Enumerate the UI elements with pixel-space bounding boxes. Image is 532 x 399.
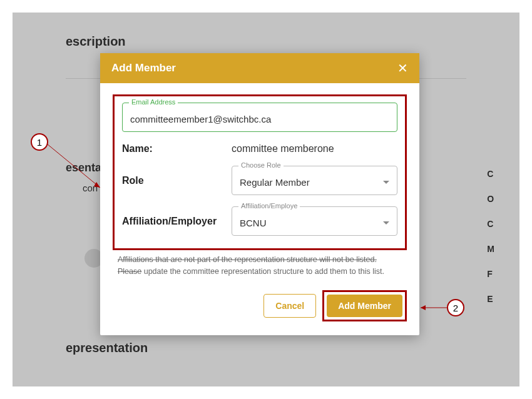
affiliation-select[interactable]: Affiliation/Employe BCNU <box>232 206 397 236</box>
chevron-down-icon <box>383 221 389 225</box>
role-row: Role Choose Role Regular Member <box>122 166 397 195</box>
role-select-legend: Choose Role <box>238 161 284 169</box>
email-value: committeemember1@switchbc.ca <box>130 114 389 124</box>
email-label: Email Address <box>129 98 178 106</box>
role-label: Role <box>122 175 232 186</box>
name-label: Name: <box>122 143 232 154</box>
helper-text: Affiliations that are not part of the re… <box>118 254 402 278</box>
name-value: committee memberone <box>232 143 334 154</box>
annotation-highlight-2: Add Member <box>322 290 407 321</box>
modal-body: Email Address committeemember1@switchbc.… <box>100 83 419 290</box>
modal-header: Add Member ✕ <box>100 53 419 83</box>
cancel-button[interactable]: Cancel <box>263 294 316 318</box>
affiliation-select-value: BCNU <box>240 218 267 228</box>
annotation-highlight-1: Email Address committeemember1@switchbc.… <box>113 94 407 250</box>
add-member-button[interactable]: Add Member <box>327 295 402 317</box>
modal-footer: Cancel Add Member <box>100 290 419 335</box>
viewport: escription esenta con epresentation C O … <box>13 13 519 386</box>
affiliation-row: Affiliation/Employer Affiliation/Employe… <box>122 206 397 236</box>
chevron-down-icon <box>383 181 389 184</box>
close-icon[interactable]: ✕ <box>397 62 408 74</box>
modal-title: Add Member <box>111 62 176 74</box>
role-select-value: Regular Member <box>240 177 310 188</box>
name-row: Name: committee memberone <box>122 143 397 154</box>
callout-2: 2 <box>447 299 464 316</box>
affiliation-select-legend: Affiliation/Employe <box>238 202 300 210</box>
helper-text-line2: update the committee representation stru… <box>144 267 384 276</box>
email-field[interactable]: Email Address committeemember1@switchbc.… <box>122 103 397 132</box>
callout-1: 1 <box>31 133 48 151</box>
add-member-modal: Add Member ✕ Email Address committeememb… <box>100 53 419 335</box>
affiliation-label: Affiliation/Employer <box>122 216 232 227</box>
role-select[interactable]: Choose Role Regular Member <box>232 166 397 195</box>
